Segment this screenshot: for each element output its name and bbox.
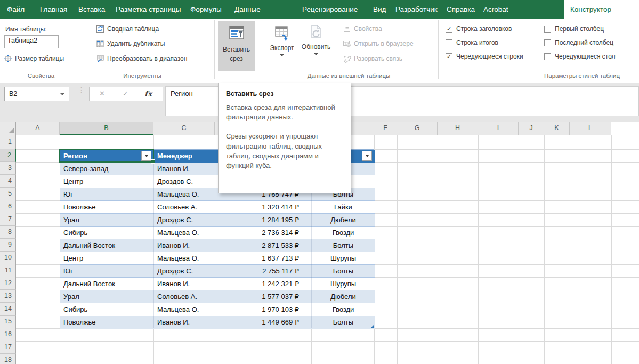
row-header-4[interactable]: 4	[0, 175, 16, 188]
row-header-8[interactable]: 8	[0, 226, 16, 239]
product-cell[interactable]: Гайки	[312, 201, 375, 213]
product-cell[interactable]: Шурупы	[312, 252, 375, 264]
revenue-cell[interactable]: 1 449 669 ₽	[215, 316, 312, 328]
column-header-F[interactable]: F	[374, 122, 397, 135]
region-cell[interactable]: Поволжье	[60, 201, 154, 213]
column-header-H[interactable]: H	[438, 122, 478, 135]
table-header-cell-2[interactable]: Менеджер	[154, 150, 215, 163]
revenue-cell[interactable]: 1 284 195 ₽	[215, 214, 312, 226]
formula-bar-grip[interactable]: ⋮	[78, 88, 79, 100]
tab-конструктор[interactable]: Конструктор	[570, 0, 611, 19]
region-cell[interactable]: Юг	[60, 265, 154, 277]
checkbox-box[interactable]	[446, 39, 452, 46]
manager-cell[interactable]: Мальцева О.	[154, 188, 215, 200]
filter-button-region[interactable]	[141, 151, 151, 161]
manager-cell[interactable]: Дроздов С.	[154, 214, 215, 226]
checkbox-box[interactable]	[544, 39, 551, 46]
manager-cell[interactable]: Дроздов С.	[154, 265, 215, 277]
row-header-13[interactable]: 13	[0, 290, 16, 303]
product-cell[interactable]: Болты	[312, 239, 375, 252]
row-header-9[interactable]: 9	[0, 239, 16, 252]
revenue-cell[interactable]: 1 970 103 ₽	[215, 303, 312, 316]
column-header-J[interactable]: J	[519, 122, 544, 135]
column-header-K[interactable]: K	[544, 122, 570, 135]
region-cell[interactable]: Урал	[60, 290, 154, 303]
enter-icon[interactable]: ✓	[123, 90, 128, 98]
row-header-7[interactable]: 7	[0, 213, 16, 226]
row-header-18[interactable]: 18	[0, 354, 16, 364]
cancel-icon[interactable]: ✕	[99, 90, 105, 98]
revenue-cell[interactable]: 1 637 713 ₽	[215, 252, 312, 264]
manager-cell[interactable]: Мальцева О.	[154, 252, 215, 264]
revenue-cell[interactable]: 1 242 321 ₽	[215, 278, 312, 290]
manager-cell[interactable]: Иванов И.	[154, 316, 215, 328]
checkbox-чередующиеся-столбцы[interactable]: Чередующиеся столбцы	[544, 53, 616, 60]
tab-формулы[interactable]: Формулы	[190, 0, 222, 19]
manager-cell[interactable]: Иванов И.	[154, 278, 215, 290]
tab-разметка-страницы[interactable]: Разметка страницы	[116, 0, 181, 19]
region-cell[interactable]: Дальний Восток	[60, 239, 154, 252]
checkbox-строка-заголовков[interactable]: ✓Строка заголовков	[446, 25, 512, 33]
region-cell[interactable]: Юг	[60, 188, 154, 200]
region-cell[interactable]: Северо-запад	[60, 163, 154, 175]
region-cell[interactable]: Центр	[60, 252, 154, 264]
row-header-1[interactable]: 1	[0, 135, 16, 149]
region-cell[interactable]: Поволжье	[60, 316, 154, 328]
filter-button-last-column[interactable]	[362, 151, 372, 161]
tab-данные[interactable]: Данные	[234, 0, 261, 19]
manager-cell[interactable]: Соловьев А.	[154, 201, 215, 213]
name-box-dropdown-arrow[interactable]	[60, 93, 64, 95]
row-header-12[interactable]: 12	[0, 277, 16, 290]
revenue-cell[interactable]: 1 577 037 ₽	[215, 290, 312, 303]
checkbox-box[interactable]: ✓	[446, 53, 452, 60]
row-header-2[interactable]: 2	[0, 149, 16, 162]
checkbox-строка-итогов[interactable]: Строка итогов	[446, 39, 498, 46]
checkbox-последний-столбец[interactable]: Последний столбец	[544, 39, 613, 46]
tab-вставка[interactable]: Вставка	[78, 0, 105, 19]
table-name-field[interactable]: Таблица2	[4, 35, 59, 48]
table-resize-handle[interactable]	[370, 325, 374, 328]
row-header-3[interactable]: 3	[0, 162, 16, 175]
tab-разработчик[interactable]: Разработчик	[395, 0, 438, 19]
tools-item-3[interactable]: Преобразовать в диапазон	[96, 54, 187, 63]
manager-cell[interactable]: Дроздов С.	[154, 175, 215, 188]
row-header-11[interactable]: 11	[0, 264, 16, 277]
product-cell[interactable]: Дюбели	[312, 290, 375, 303]
row-header-16[interactable]: 16	[0, 328, 16, 341]
row-header-15[interactable]: 15	[0, 316, 16, 328]
tools-item-2[interactable]: Удалить дубликаты	[96, 39, 165, 48]
tab-вид[interactable]: Вид	[373, 0, 386, 19]
row-header-10[interactable]: 10	[0, 252, 16, 264]
product-cell[interactable]: Дюбели	[312, 214, 375, 226]
column-header-A[interactable]: A	[16, 122, 60, 135]
product-cell[interactable]: Гвозди	[312, 227, 375, 239]
region-cell[interactable]: Центр	[60, 175, 154, 188]
region-cell[interactable]: Урал	[60, 214, 154, 226]
manager-cell[interactable]: Соловьев А.	[154, 290, 215, 303]
export-button[interactable]: Экспорт	[266, 22, 297, 56]
select-all-corner[interactable]	[0, 122, 16, 135]
revenue-cell[interactable]: 1 320 414 ₽	[215, 201, 312, 213]
product-cell[interactable]: Шурупы	[312, 278, 375, 290]
region-cell[interactable]: Сибирь	[60, 303, 154, 316]
revenue-cell[interactable]: 2 736 314 ₽	[215, 227, 312, 239]
manager-cell[interactable]: Иванов И.	[154, 239, 215, 252]
insert-slicer-button[interactable]: Вставить срез	[218, 21, 255, 71]
column-header-C[interactable]: C	[153, 122, 215, 135]
tab-файл[interactable]: Файл	[7, 0, 25, 19]
region-cell[interactable]: Дальний Восток	[60, 278, 154, 290]
tab-рецензирование[interactable]: Рецензирование	[302, 0, 358, 19]
tab-acrobat[interactable]: Acrobat	[483, 0, 508, 19]
checkbox-box[interactable]	[544, 26, 551, 33]
resize-table-button[interactable]: Размер таблицы	[4, 54, 64, 63]
product-cell[interactable]: Гвозди	[312, 303, 375, 316]
row-header-17[interactable]: 17	[0, 341, 16, 354]
refresh-button[interactable]: Обновить	[298, 22, 334, 55]
tab-главная[interactable]: Главная	[40, 0, 67, 19]
checkbox-чередующиеся-строки[interactable]: ✓Чередующиеся строки	[446, 53, 523, 60]
column-header-G[interactable]: G	[397, 122, 438, 135]
tab-справка[interactable]: Справка	[447, 0, 475, 19]
row-header-6[interactable]: 6	[0, 200, 16, 213]
tools-item-1[interactable]: Сводная таблица	[96, 25, 159, 33]
name-box[interactable]: B2	[4, 87, 69, 101]
